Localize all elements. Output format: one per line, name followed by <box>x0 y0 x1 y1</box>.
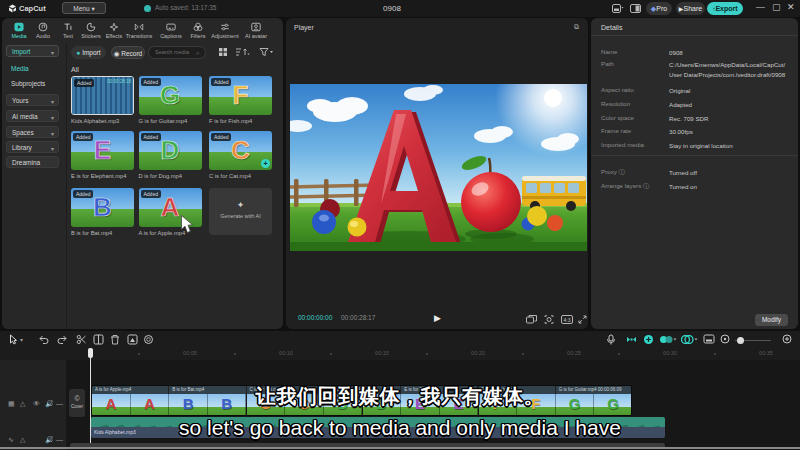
svg-text:4:3: 4:3 <box>564 317 571 323</box>
